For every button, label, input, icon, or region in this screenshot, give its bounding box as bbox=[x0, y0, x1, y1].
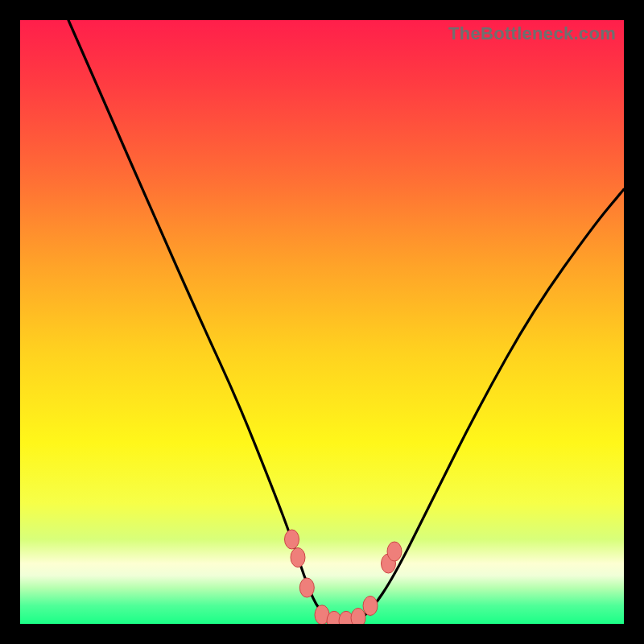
curve-layer bbox=[20, 20, 624, 624]
bottleneck-curve bbox=[68, 20, 624, 624]
marker-dot bbox=[363, 597, 378, 616]
marker-dot bbox=[285, 530, 299, 549]
marker-dot bbox=[387, 542, 402, 561]
plot-area: TheBottleneck.com bbox=[20, 20, 624, 624]
marker-dot bbox=[351, 609, 365, 625]
chart-frame: TheBottleneck.com bbox=[0, 0, 644, 644]
marker-group bbox=[285, 530, 402, 624]
marker-dot bbox=[299, 578, 314, 597]
marker-dot bbox=[291, 548, 305, 568]
